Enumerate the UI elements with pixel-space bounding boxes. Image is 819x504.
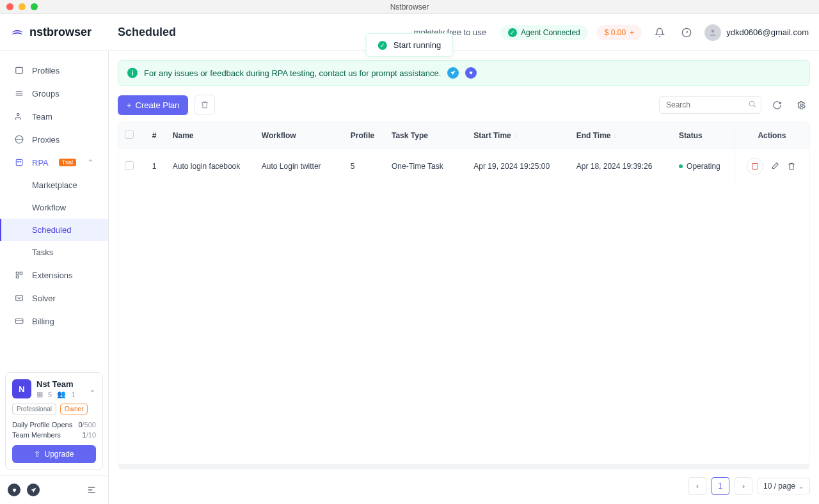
- cell-name: Auto login facebook: [166, 149, 255, 184]
- svg-rect-5: [16, 159, 22, 165]
- sidebar-item-tasks[interactable]: Tasks: [0, 241, 108, 264]
- search-box: [659, 96, 761, 114]
- search-input[interactable]: [659, 96, 761, 114]
- bell-icon[interactable]: [651, 24, 669, 42]
- titlebar: Nstbrowser: [0, 0, 819, 14]
- svg-point-6: [18, 161, 19, 162]
- next-page-button[interactable]: ›: [735, 477, 752, 495]
- collapse-sidebar-button[interactable]: [83, 481, 100, 499]
- team-meta: ▦5 👥1: [36, 390, 84, 398]
- chevron-down-icon: ⌄: [798, 482, 804, 491]
- upgrade-button[interactable]: ⇧ Upgrade: [12, 445, 96, 463]
- sidebar-item-label: Team: [32, 112, 52, 122]
- col-task-type: Task Type: [385, 122, 467, 149]
- col-workflow: Workflow: [255, 122, 344, 149]
- toolbar: + Create Plan: [118, 95, 810, 115]
- telegram-icon[interactable]: [27, 484, 40, 496]
- check-icon: ✓: [508, 28, 517, 37]
- svg-point-11: [800, 104, 802, 106]
- team-avatar: N: [12, 379, 31, 398]
- telegram-icon[interactable]: [447, 67, 459, 79]
- sidebar-item-scheduled[interactable]: Scheduled: [0, 219, 108, 241]
- sidebar-item-label: Tasks: [32, 248, 53, 257]
- discord-icon[interactable]: [465, 67, 477, 79]
- select-all-checkbox[interactable]: [125, 130, 134, 139]
- page-size-select[interactable]: 10 / page ⌄: [758, 478, 810, 494]
- svg-rect-2: [16, 67, 23, 73]
- sidebar-item-label: Proxies: [32, 135, 60, 145]
- status-cell: Operating: [679, 162, 728, 171]
- window-title: Nstbrowser: [390, 3, 429, 12]
- info-icon: i: [127, 68, 138, 78]
- trial-badge: Trial: [59, 159, 76, 166]
- sidebar-item-label: Billing: [32, 317, 54, 326]
- svg-point-1: [712, 29, 715, 33]
- svg-point-10: [749, 101, 754, 106]
- sidebar-item-billing[interactable]: Billing: [0, 310, 108, 333]
- page-title: Scheduled: [118, 26, 176, 39]
- toast-notification: ✓ Start running: [366, 33, 453, 57]
- balance-pill[interactable]: $ 0.00 +: [597, 25, 642, 40]
- maximize-window-button[interactable]: [31, 3, 38, 10]
- sidebar-item-workflow[interactable]: Workflow: [0, 196, 108, 219]
- sidebar-item-marketplace[interactable]: Marketplace: [0, 174, 108, 196]
- user-email: ydkd0606@gmail.com: [726, 28, 809, 37]
- extensions-icon: [14, 270, 24, 280]
- opens-label: Daily Profile Opens: [12, 421, 72, 429]
- proxies-icon: [14, 134, 24, 145]
- settings-button[interactable]: [792, 96, 810, 114]
- svg-rect-9: [15, 319, 23, 324]
- col-end-time[interactable]: End Time↓: [570, 122, 672, 149]
- page-number-button[interactable]: 1: [712, 477, 729, 495]
- logo-area: nstbrowser: [10, 26, 109, 40]
- avatar: [704, 24, 721, 41]
- user-menu[interactable]: ydkd0606@gmail.com: [704, 24, 809, 41]
- topbar: nstbrowser Scheduled mpletely free to us…: [0, 14, 819, 51]
- status-dot-icon: [679, 164, 683, 168]
- sidebar-item-profiles[interactable]: Profiles: [0, 59, 108, 82]
- col-start-time[interactable]: Start Time↓: [467, 122, 569, 149]
- sidebar-item-groups[interactable]: Groups: [0, 82, 108, 105]
- delete-button[interactable]: [786, 161, 797, 171]
- cell-task-type: One-Time Task: [385, 149, 467, 184]
- prev-page-button[interactable]: ‹: [688, 477, 706, 495]
- minimize-window-button[interactable]: [19, 3, 26, 10]
- row-checkbox[interactable]: [125, 161, 134, 170]
- discord-icon[interactable]: [8, 484, 20, 496]
- plans-table: # Name Workflow Profile Task Type Start …: [118, 122, 809, 184]
- search-icon: [748, 100, 756, 110]
- plus-icon: +: [630, 28, 634, 37]
- create-plan-button[interactable]: + Create Plan: [118, 95, 188, 115]
- brand-logo-icon: [10, 26, 24, 40]
- sidebar-item-team[interactable]: Team: [0, 105, 108, 128]
- sidebar-item-label: Groups: [32, 89, 60, 98]
- bulk-delete-button[interactable]: [195, 95, 215, 115]
- billing-icon: [14, 316, 24, 326]
- chevron-down-icon[interactable]: ⌄: [89, 384, 96, 394]
- horizontal-scrollbar[interactable]: [118, 464, 809, 469]
- sidebar-item-label: Workflow: [32, 203, 66, 212]
- sidebar-item-label: Extensions: [32, 271, 73, 280]
- sidebar-item-solver[interactable]: Solver: [0, 287, 108, 310]
- nav: Profiles Groups Team Proxies RPA Trial ⌃: [0, 51, 108, 367]
- refresh-button[interactable]: [768, 96, 786, 114]
- edit-button[interactable]: [770, 161, 780, 171]
- sidebar-item-rpa[interactable]: RPA Trial ⌃: [0, 151, 108, 174]
- sidebar-item-proxies[interactable]: Proxies: [0, 128, 108, 151]
- sidebar-item-extensions[interactable]: Extensions: [0, 264, 108, 287]
- chevron-up-icon: ⌃: [87, 158, 94, 168]
- col-actions: Actions: [734, 122, 809, 149]
- close-window-button[interactable]: [6, 3, 13, 10]
- check-icon: ✓: [378, 41, 387, 50]
- balance-text: $ 0.00: [605, 28, 626, 37]
- profiles-icon: [14, 65, 24, 75]
- team-icon: [14, 111, 24, 122]
- help-icon[interactable]: [678, 24, 696, 42]
- pagination: ‹ 1 › 10 / page ⌄: [118, 477, 810, 495]
- info-banner-text: For any issues or feedback during RPA te…: [144, 68, 441, 78]
- stop-button[interactable]: [747, 158, 763, 175]
- main-content: i For any issues or feedback during RPA …: [109, 51, 819, 504]
- plus-icon: +: [127, 100, 132, 110]
- svg-point-3: [17, 113, 20, 116]
- col-name: Name: [166, 122, 255, 149]
